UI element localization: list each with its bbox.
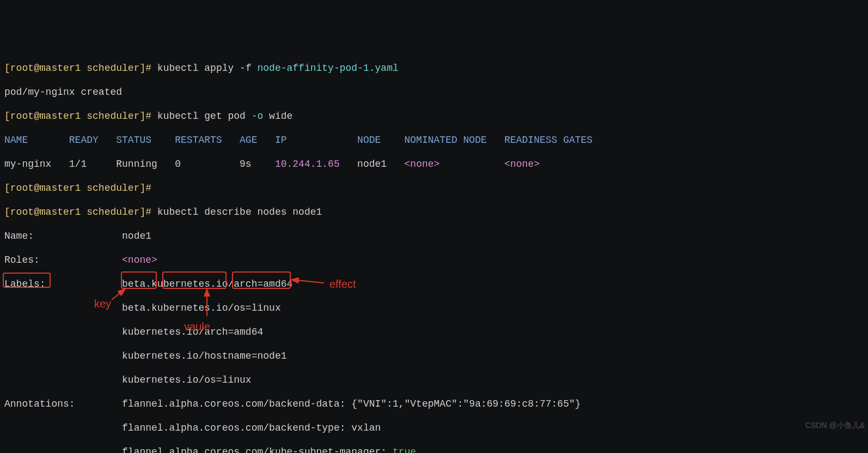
roles-value: <none> <box>122 255 157 265</box>
name-line: Name: node1 <box>4 230 864 242</box>
flag: -o <box>252 111 264 122</box>
prompt: [root@master1 scheduler]# <box>4 63 151 74</box>
cmd-text: kubectl apply -f <box>157 63 258 74</box>
table-header: NAME READY STATUS RESTARTS AGE IP NODE N… <box>4 134 864 146</box>
roles-label: Roles: <box>4 255 122 265</box>
arg: wide <box>263 111 292 122</box>
annotations-line: Annotations: flannel.alpha.coreos.com/ba… <box>4 398 864 410</box>
prompt: [root@master1 scheduler]# <box>4 207 151 218</box>
prompt: [root@master1 scheduler]# <box>4 111 151 122</box>
output-line: pod/my-nginx created <box>4 86 864 98</box>
ip: 10.244.1.65 <box>275 159 340 170</box>
watermark: CSDN @小鱼儿& <box>805 419 865 431</box>
cmd-text: kubectl describe nodes node1 <box>157 207 322 218</box>
labels-line: Labels: beta.kubernetes.io/arch=amd64 <box>4 278 864 290</box>
cmd-text: kubectl get pod <box>157 111 252 122</box>
terminal-output[interactable]: [root@master1 scheduler]# kubectl apply … <box>4 50 864 453</box>
file-arg: node-affinity-pod-1.yaml <box>258 63 399 74</box>
table-row: my-nginx 1/1 Running 0 9s <box>4 159 275 170</box>
prompt: [root@master1 scheduler]# <box>4 183 151 194</box>
